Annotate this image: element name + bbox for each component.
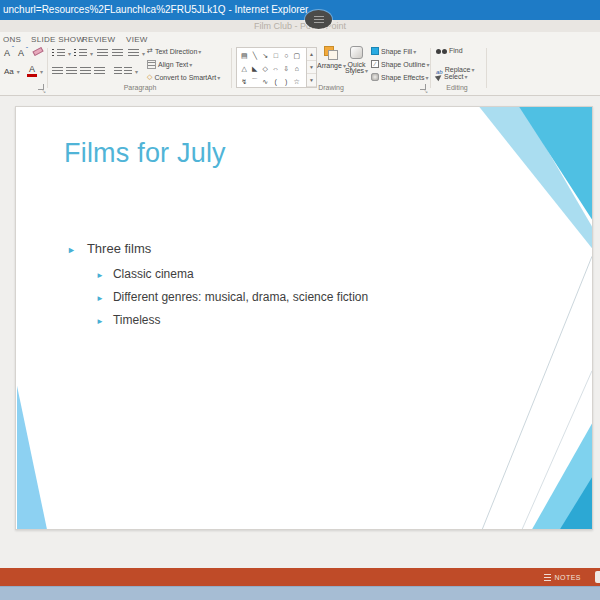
bullet-marker-icon: ► xyxy=(96,317,104,326)
shapes-gallery[interactable]: ▤ ╲ ↘ □ ○ ▢ △ ◣ ◇ ⇔ ⇩ ⌂ ↯ ⌒ ∿ ( ) ☆ xyxy=(236,47,307,88)
font-color-icon: A xyxy=(27,65,37,77)
align-text-icon xyxy=(147,60,156,69)
bullet-marker-icon: ► xyxy=(67,245,76,255)
group-separator xyxy=(486,48,487,88)
bullet-item-level1[interactable]: ► Three films xyxy=(67,241,151,256)
align-left-button[interactable] xyxy=(52,67,63,76)
bullets-button[interactable] xyxy=(52,49,71,58)
shape-curve-icon[interactable]: ∿ xyxy=(260,75,271,88)
taskbar-strip xyxy=(0,586,600,600)
group-separator xyxy=(47,48,48,88)
numbered-list-icon xyxy=(74,49,76,58)
slide-canvas[interactable]: Films for July ► Three films ► Classic c… xyxy=(15,106,593,530)
paragraph-group-label: Paragraph xyxy=(105,84,175,91)
shape-left-brace-icon[interactable]: ( xyxy=(271,75,282,88)
shape-fill-button[interactable]: Shape Fill xyxy=(371,47,416,55)
grow-font-icon: A xyxy=(4,48,10,58)
quick-styles-icon xyxy=(350,46,363,59)
shape-diamond-icon[interactable]: ◇ xyxy=(260,62,271,75)
align-right-icon xyxy=(80,67,91,76)
notes-button[interactable]: NOTES xyxy=(544,568,581,586)
group-separator xyxy=(231,48,232,88)
drawing-group-label: Drawing xyxy=(296,84,366,91)
shape-effects-icon xyxy=(371,73,379,81)
notes-icon xyxy=(544,574,551,581)
shape-pentagon-icon[interactable]: ⌂ xyxy=(292,62,303,75)
decrease-indent-icon xyxy=(97,49,108,58)
arrange-icon xyxy=(324,46,338,60)
numbering-button[interactable] xyxy=(74,49,93,58)
shape-down-arrow-icon[interactable]: ⇩ xyxy=(281,62,292,75)
text-direction-button[interactable]: ⇄ Text Direction xyxy=(147,47,201,55)
shrink-font-button[interactable]: A xyxy=(18,48,24,58)
gallery-scroll-down-icon[interactable]: ▼ xyxy=(307,61,316,74)
clear-formatting-button[interactable] xyxy=(33,49,43,54)
convert-to-smartart-button[interactable]: ◇ Convert to SmartArt xyxy=(147,73,220,81)
slide-workspace: Films for July ► Three films ► Classic c… xyxy=(0,96,600,568)
justify-icon xyxy=(94,67,105,76)
shape-oval-icon[interactable]: ○ xyxy=(281,49,292,62)
increase-indent-icon xyxy=(112,49,123,58)
shape-double-arrow-icon[interactable]: ⇔ xyxy=(271,62,282,75)
select-button[interactable]: Select xyxy=(436,73,467,80)
font-dialog-launcher-icon[interactable] xyxy=(38,84,46,92)
smartart-icon: ◇ xyxy=(147,73,152,81)
text-direction-icon: ⇄ xyxy=(147,47,153,55)
group-separator xyxy=(430,48,431,88)
shape-right-triangle-icon[interactable]: ◣ xyxy=(250,62,261,75)
line-spacing-icon xyxy=(128,49,139,58)
bullet-item-level2[interactable]: ► Timeless xyxy=(96,313,160,327)
shapes-gallery-scrollbar[interactable]: ▲ ▼ ▼ xyxy=(307,47,317,88)
shape-arrow-icon[interactable]: ↘ xyxy=(260,49,271,62)
columns-icon xyxy=(114,67,122,76)
bullet-item-level2[interactable]: ► Classic cinema xyxy=(96,267,194,281)
tab-slide-show[interactable]: SLIDE SHOW xyxy=(31,34,84,46)
shape-rounded-rect-icon[interactable]: ▢ xyxy=(292,49,303,62)
shape-outline-button[interactable]: ∕ Shape Outline xyxy=(371,60,429,68)
grow-font-button[interactable]: A xyxy=(4,48,10,58)
change-case-icon: Aa xyxy=(4,67,14,76)
comments-button-fragment[interactable] xyxy=(595,571,600,583)
ie-titlebar: unchurl=Resources%2FLaunchIca%2FRU5JLk1Q… xyxy=(0,0,600,20)
arrange-button[interactable]: Arrange xyxy=(317,46,346,69)
session-toolbar-grip-icon[interactable] xyxy=(305,10,332,29)
shape-outline-icon: ∕ xyxy=(371,60,379,68)
align-center-button[interactable] xyxy=(66,67,77,76)
eraser-icon xyxy=(32,47,43,56)
shape-scribble-icon[interactable]: ↯ xyxy=(239,75,250,88)
shape-triangle-icon[interactable]: △ xyxy=(239,62,250,75)
shape-right-brace-icon[interactable]: ) xyxy=(281,75,292,88)
tab-review[interactable]: REVIEW xyxy=(82,34,115,46)
align-center-icon xyxy=(66,67,77,76)
shape-rectangle-icon[interactable]: □ xyxy=(271,49,282,62)
shape-arc-icon[interactable]: ⌒ xyxy=(250,75,261,88)
decrease-indent-button[interactable] xyxy=(97,49,108,58)
font-color-button[interactable]: A xyxy=(27,65,43,77)
change-case-button[interactable]: Aa xyxy=(4,67,20,76)
powerpoint-titlebar: Film Club - PowerPoint xyxy=(0,20,600,32)
increase-indent-button[interactable] xyxy=(112,49,123,58)
tab-view[interactable]: VIEW xyxy=(126,34,148,46)
bullet-marker-icon: ► xyxy=(96,294,104,303)
align-right-button[interactable] xyxy=(80,67,91,76)
shrink-font-icon: A xyxy=(18,48,24,58)
slide-title[interactable]: Films for July xyxy=(64,138,226,169)
shape-fill-icon xyxy=(371,47,379,55)
bullet-item-level2[interactable]: ► Different genres: musical, drama, scie… xyxy=(96,290,368,304)
ribbon: ONS SLIDE SHOW REVIEW VIEW A A Aa A ⇄ Te… xyxy=(0,32,600,96)
justify-button[interactable] xyxy=(94,67,105,76)
quick-styles-button[interactable]: Quick Styles xyxy=(345,46,368,74)
shape-line-icon[interactable]: ╲ xyxy=(250,49,261,62)
document-title: Film Club - PowerPoint xyxy=(0,20,600,32)
shape-textbox-icon[interactable]: ▤ xyxy=(239,49,250,62)
find-button[interactable]: Find xyxy=(436,47,463,54)
align-text-button[interactable]: Align Text xyxy=(147,60,192,69)
bottom-left-wedge xyxy=(17,386,47,529)
editing-group-label: Editing xyxy=(422,84,492,91)
status-bar: NOTES xyxy=(0,568,600,586)
gallery-scroll-up-icon[interactable]: ▲ xyxy=(307,48,316,61)
line-spacing-button[interactable] xyxy=(128,49,145,58)
shape-effects-button[interactable]: Shape Effects xyxy=(371,73,428,81)
columns-button[interactable] xyxy=(114,67,138,76)
bullet-list-icon xyxy=(52,49,54,58)
